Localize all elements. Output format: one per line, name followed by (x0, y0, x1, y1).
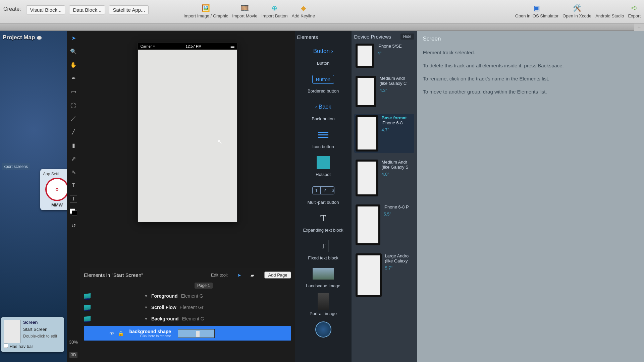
xcode-hammer-icon: 🛠️ (572, 3, 582, 13)
track-name: Scroll Flow (151, 305, 176, 310)
track-type: Element Gr (180, 305, 204, 310)
pen-tool[interactable]: ✒ (70, 74, 77, 82)
device-preview-item[interactable]: Base format iPhone 6-8 4.7" (354, 114, 414, 153)
canvas-area: Carrier ᯤ 12:57 PM ▬ ↖ Elements in "Star… (80, 31, 295, 362)
app-settings-card[interactable]: App Setti ⚙ MMW (40, 169, 67, 210)
create-satellite-app-button[interactable]: Satellite App... (109, 5, 149, 14)
tab-strip: + (0, 23, 644, 31)
element-fixed-text[interactable]: TFixed text block (297, 239, 350, 260)
color-swatch[interactable] (70, 208, 77, 216)
android-icon (605, 3, 614, 13)
hand-tool[interactable]: ✋ (70, 61, 77, 68)
disclosure-icon[interactable]: ▼ (144, 317, 148, 321)
brush-tool[interactable]: ／ (70, 115, 77, 122)
textbox-tool[interactable]: T (70, 195, 77, 202)
element-button[interactable]: Button ›Button (297, 44, 350, 66)
android-studio-button[interactable]: Android Studio (595, 2, 624, 18)
edit-tool-select-icon[interactable]: ➤ (237, 273, 241, 278)
element-label: Landscape image (306, 283, 340, 288)
element-expanding-text[interactable]: TExpanding text block (297, 211, 350, 233)
cursor-icon: ↖ (217, 138, 222, 145)
rect-tool[interactable]: ▭ (70, 88, 77, 95)
element-globe[interactable] (297, 322, 350, 339)
device-preview-item[interactable]: iPhone 5/SE 4" (354, 42, 414, 69)
element-label: Hotspot (316, 172, 331, 177)
has-navbar-checkbox[interactable] (4, 344, 8, 348)
device-preview-item[interactable]: Large Andro (like Galaxy 5.7" (354, 252, 414, 298)
track-foreground[interactable]: ▼ Foreground Element G (84, 292, 291, 300)
3d-toggle[interactable]: 3D (69, 352, 77, 358)
text-tool[interactable]: T (70, 182, 77, 189)
add-keyline-button[interactable]: ◆ Add Keyline (292, 2, 315, 18)
timeline-clip[interactable] (178, 329, 215, 338)
track-scrollflow[interactable]: ▼ Scroll Flow Element Gr (84, 303, 291, 311)
device-name: iPhone 5/SE (378, 44, 402, 49)
device-size: 5.5" (384, 212, 409, 217)
select-tool[interactable]: ➤ (70, 34, 77, 42)
element-landscape-image[interactable]: Landscape image (297, 266, 350, 288)
ellipse-tool[interactable]: ◯ (70, 101, 77, 109)
create-visual-block-button[interactable]: Visual Block... (26, 5, 65, 14)
gradient-tool[interactable]: ▮ (70, 141, 77, 149)
export-screens-button[interactable]: xport screens (2, 163, 30, 170)
page-tab[interactable]: Page 1 (195, 283, 213, 289)
visibility-icon[interactable]: 👁 (109, 330, 114, 336)
open-xcode-button[interactable]: 🛠️ Open in Xcode (562, 2, 591, 18)
device-frame (356, 204, 380, 245)
export-button[interactable]: ➪ Export (628, 2, 641, 18)
button-preview: Button › (312, 44, 334, 59)
element-icon-button[interactable]: Icon button (297, 127, 350, 149)
element-hotspot[interactable]: Hotspot (297, 155, 350, 177)
screen-card[interactable]: Screen Start Screen Double-click to edit… (1, 317, 64, 352)
import-button-label: Import Button (261, 13, 287, 18)
canvas-view[interactable]: Carrier ᯤ 12:57 PM ▬ ↖ (80, 31, 295, 268)
hide-previews-button[interactable]: Hide (400, 34, 414, 40)
timeline-panel: Elements in "Start Screen" Edit tool: ➤ … (80, 268, 295, 362)
lock-icon[interactable]: 🔒 (118, 330, 124, 337)
device-preview-item[interactable]: Medium Andr (like Galaxy C 4.3" (354, 74, 414, 109)
edit-tool-clip-icon[interactable]: ▰ (251, 273, 254, 278)
open-ios-simulator-button[interactable]: ▣ Open in iOS Simulator (515, 2, 558, 18)
import-image-button[interactable]: 🖼️ Import Image / Graphic (183, 2, 228, 18)
track-background-shape[interactable]: 👁 🔒 background shape Click here to renam… (84, 326, 291, 341)
device-canvas[interactable]: Carrier ᯤ 12:57 PM ▬ (138, 43, 237, 222)
device-preview-item[interactable]: iPhone 6-8 P 5.5" (354, 203, 414, 247)
landscape-icon (313, 268, 334, 280)
create-data-block-button[interactable]: Data Block... (69, 5, 105, 14)
element-back-button[interactable]: ‹ BackBack button (297, 100, 350, 121)
track-background[interactable]: ▼ Background Element G (84, 315, 291, 323)
hamburger-icon (318, 132, 328, 138)
swap-colors-icon[interactable]: ↺ (70, 222, 77, 229)
app-name-label: MMW (43, 202, 67, 207)
element-portrait-image[interactable]: Portrait image (297, 294, 350, 316)
zoom-tool[interactable]: 🔍 (70, 48, 77, 55)
device-preview-item[interactable]: Medium Andr (like Galaxy S 4.8" (354, 158, 414, 198)
device-size: 4.7" (382, 127, 407, 132)
track-name: Background (151, 316, 179, 321)
disclosure-icon[interactable]: ▼ (144, 294, 148, 298)
direct-select-tool[interactable]: ⬀ (70, 155, 77, 162)
import-button-button[interactable]: ⊕ Import Button (261, 2, 287, 18)
image-icon: 🖼️ (201, 3, 211, 13)
inspector-line4: To move to another group, drag within th… (423, 88, 638, 95)
element-multipart-button[interactable]: 123Multi-part button (297, 183, 350, 205)
device-name2: iPhone 6-8 (382, 120, 407, 125)
rename-hint: Click here to rename (127, 334, 171, 338)
import-movie-button[interactable]: 🎞️ Import Movie (232, 2, 257, 18)
add-tab-button[interactable]: + (634, 23, 644, 31)
textbox-icon: T (318, 240, 328, 252)
project-map-panel: Project Map xport screens App Setti ⚙ MM… (0, 31, 67, 362)
add-keyline-label: Add Keyline (292, 13, 315, 18)
line-tool[interactable]: ╱ (70, 128, 77, 135)
node-tool[interactable]: ⬁ (70, 168, 77, 176)
android-studio-label: Android Studio (595, 13, 624, 18)
device-name: Base format (382, 115, 407, 120)
device-frame (356, 253, 382, 297)
screen-thumb (4, 320, 20, 343)
device-name: Medium Andr (380, 76, 407, 81)
disclosure-icon[interactable]: ▼ (144, 305, 148, 309)
device-info: Large Andro (like Galaxy 5.7" (385, 253, 409, 270)
element-bordered-button[interactable]: ButtonBordered button (297, 72, 350, 94)
add-page-button[interactable]: Add Page (264, 272, 291, 279)
toolbox: ➤ 🔍 ✋ ✒ ▭ ◯ ／ ╱ ▮ ⬀ ⬁ T T ↺ 30% 3D (67, 31, 80, 362)
